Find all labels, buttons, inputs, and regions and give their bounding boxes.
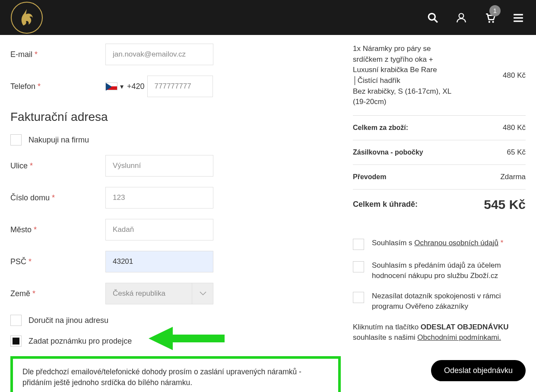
chevron-down-icon[interactable] <box>192 283 213 304</box>
privacy-label: Souhlasím s Ochranou osobních údajů * <box>372 238 503 248</box>
svg-rect-7 <box>514 17 523 18</box>
cart-badge: 1 <box>489 5 501 16</box>
houseno-input[interactable] <box>105 187 213 209</box>
cart-icon[interactable]: 1 <box>484 12 495 23</box>
svg-point-5 <box>492 21 494 22</box>
svg-point-1 <box>428 13 435 20</box>
arrow-annotation-icon <box>149 325 225 351</box>
company-checkbox[interactable] <box>10 134 22 145</box>
company-label: Nakupuji na firmu <box>29 136 89 145</box>
zip-label: PSČ * <box>10 257 105 266</box>
search-icon[interactable] <box>427 12 438 23</box>
chevron-down-icon[interactable]: ▾ <box>120 82 124 91</box>
shipping-price: 65 Kč <box>507 148 526 157</box>
privacy-checkbox[interactable] <box>353 239 364 250</box>
email-label: E-mail * <box>10 50 105 59</box>
street-input[interactable] <box>105 155 213 177</box>
phone-label: Telefon * <box>10 82 105 91</box>
terms-link[interactable]: Obchodními podmínkami. <box>417 333 501 341</box>
billing-title: Fakturační adresa <box>10 110 341 124</box>
payment-price: Zdarma <box>500 173 526 181</box>
svg-point-4 <box>488 21 490 22</box>
svg-line-2 <box>434 19 438 22</box>
houseno-label: Číslo domu * <box>10 193 105 202</box>
menu-icon[interactable] <box>513 12 524 23</box>
payment-label: Převodem <box>353 173 386 181</box>
svg-marker-10 <box>149 327 173 350</box>
svg-rect-8 <box>514 20 523 22</box>
city-input[interactable] <box>105 219 213 240</box>
logo[interactable] <box>10 1 43 34</box>
phone-input[interactable] <box>147 76 213 97</box>
heureka-label: Nezasílat dotazník spokojenosti v rámci … <box>372 291 526 312</box>
goods-total-label: Celkem za zboží: <box>353 124 408 132</box>
grand-total-label: Celkem k úhradě: <box>353 200 418 209</box>
grand-total-price: 545 Kč <box>484 197 526 212</box>
street-label: Ulice * <box>10 161 105 171</box>
country-label: Země * <box>10 289 105 298</box>
zip-input[interactable] <box>105 251 213 272</box>
email-input[interactable] <box>105 44 213 65</box>
shipping-label: Zásilkovna - pobočky <box>353 149 423 156</box>
summary-item: 1x Náramky pro páry se srdíčkem z tygříh… <box>353 44 457 107</box>
summary-item-price: 480 Kč <box>503 71 526 80</box>
phone-prefix: +420 <box>127 82 145 91</box>
svg-rect-6 <box>514 14 523 15</box>
note-checkbox[interactable] <box>10 335 22 347</box>
svg-point-3 <box>459 13 464 18</box>
order-summary: 1x Náramky pro páry se srdíčkem z tygříh… <box>353 44 526 220</box>
zbozi-label: Souhlasím s předáním údajů za účelem hod… <box>372 260 526 281</box>
ship-other-label: Doručit na jinou adresu <box>29 316 108 325</box>
privacy-link[interactable]: Ochranou osobních údajů <box>414 239 498 247</box>
note-label: Zadat poznámku pro prodejce <box>29 337 132 346</box>
svg-rect-9 <box>173 335 225 342</box>
flag-cz-icon[interactable] <box>105 82 117 90</box>
user-icon[interactable] <box>456 12 467 23</box>
terms-text: Kliknutím na tlačítko ODESLAT OBJEDNÁVKU… <box>353 322 526 343</box>
zbozi-checkbox[interactable] <box>353 261 364 272</box>
city-label: Město * <box>10 225 105 234</box>
goods-total-price: 480 Kč <box>503 123 526 132</box>
heureka-checkbox[interactable] <box>353 292 364 303</box>
note-textarea[interactable]: Dle předchozí emailové/telefonické dohod… <box>10 356 341 392</box>
ship-other-checkbox[interactable] <box>10 315 22 326</box>
country-select[interactable]: Česká republika <box>105 283 213 304</box>
header: 1 <box>0 0 536 35</box>
submit-button[interactable]: Odeslat objednávku <box>431 360 526 381</box>
